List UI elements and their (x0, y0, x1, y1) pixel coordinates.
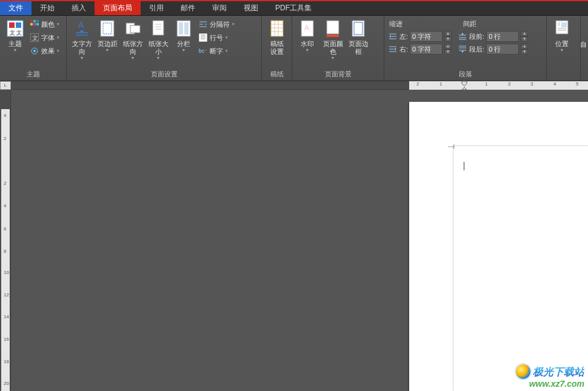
tab-view[interactable]: 视图 (235, 1, 267, 15)
page-size-button[interactable]: 纸张大小 ▼ (145, 17, 171, 61)
tab-pdf-tools[interactable]: PDF工具集 (267, 1, 320, 15)
chevron-down-icon: ▾ (232, 22, 235, 27)
line-numbers-button[interactable]: 行号 ▾ (196, 32, 236, 44)
svg-rect-8 (30, 23, 33, 25)
ruler-tick: 20 (4, 381, 9, 386)
chevron-down-icon: ▾ (226, 35, 228, 40)
manuscript-settings-button[interactable]: 稿纸 设置 (264, 17, 289, 57)
fonts-icon: 文 (30, 33, 39, 42)
ruler-corner[interactable]: L (0, 81, 11, 90)
svg-rect-20 (153, 21, 164, 35)
themes-button[interactable]: 文文 主题 ▼ (2, 17, 28, 53)
themes-icon: 文文 (5, 18, 25, 39)
orientation-button[interactable]: 纸张方向 ▼ (120, 17, 145, 61)
margins-button[interactable]: 页边距 ▼ (95, 17, 120, 53)
svg-rect-6 (33, 20, 36, 22)
indent-right-input[interactable] (410, 44, 443, 55)
svg-text:A: A (78, 20, 84, 30)
svg-point-14 (33, 50, 36, 52)
margins-label: 页边距 (98, 40, 118, 48)
indent-left-input[interactable] (410, 31, 443, 42)
svg-rect-1 (9, 22, 15, 28)
document-workspace: L 2 1 1 2 3 4 5 4 2 2 4 6 8 10 12 14 16 … (0, 81, 588, 391)
chevron-down-icon: ▼ (182, 48, 186, 52)
columns-label: 分栏 (177, 40, 190, 48)
horizontal-ruler[interactable]: 2 1 1 2 3 4 5 (11, 81, 588, 90)
chevron-down-icon: ▼ (80, 56, 84, 60)
hyphenation-button[interactable]: bc⁻ 断字 ▾ (196, 45, 236, 57)
ruler-tick: 12 (4, 292, 9, 298)
ruler-tick: 4 (553, 81, 556, 87)
spin-up[interactable]: ▲ (521, 31, 528, 36)
chevron-down-icon: ▾ (57, 35, 59, 40)
theme-colors-button[interactable]: 颜色 ▾ (28, 18, 61, 30)
spin-down[interactable]: ▼ (444, 36, 452, 42)
page-border-label: 页面边框 (347, 40, 370, 56)
text-direction-button[interactable]: A 文字方向 ▼ (69, 17, 95, 61)
indent-marker-icon[interactable] (460, 80, 469, 91)
spin-down[interactable]: ▼ (521, 36, 528, 42)
tab-file[interactable]: 文件 (0, 1, 32, 15)
margin-corner-icon (448, 144, 460, 149)
group-label-manuscript: 稿纸 (264, 69, 289, 81)
svg-rect-25 (271, 21, 283, 36)
tab-insert[interactable]: 插入 (63, 1, 95, 15)
ruler-tick: 2 (4, 181, 6, 186)
spacing-before-label: 段前: (469, 32, 484, 41)
position-button[interactable]: 位置 ▼ (549, 17, 575, 53)
chevron-down-icon: ▼ (331, 56, 335, 60)
ruler-tick: 6 (4, 226, 6, 232)
tab-home[interactable]: 开始 (32, 1, 63, 15)
theme-effects-button[interactable]: 效果 ▾ (28, 45, 61, 57)
svg-text:文: 文 (10, 30, 15, 36)
page-border-button[interactable]: 页面边框 (346, 17, 371, 57)
ruler-tick: 10 (4, 270, 9, 275)
group-label-pagesetup: 页面设置 (69, 69, 259, 81)
document-page[interactable] (409, 102, 588, 391)
hyphenation-label: 断字 (210, 47, 223, 56)
svg-rect-29 (327, 35, 339, 37)
tab-mail[interactable]: 邮件 (172, 1, 204, 15)
page-margin-guide (453, 145, 588, 391)
effects-icon (30, 46, 39, 56)
theme-fonts-button[interactable]: 文 字体 ▾ (28, 32, 61, 44)
spin-down[interactable]: ▼ (521, 49, 528, 55)
theme-colors-label: 颜色 (41, 20, 55, 29)
spin-down[interactable]: ▼ (444, 49, 452, 55)
watermark-icon: A (298, 18, 317, 39)
tab-reference[interactable]: 引用 (141, 1, 172, 15)
breaks-button[interactable]: 分隔符 ▾ (196, 18, 236, 30)
svg-rect-24 (199, 33, 207, 42)
spacing-after-input[interactable] (486, 44, 519, 55)
tab-review[interactable]: 审阅 (204, 1, 235, 15)
spacing-after-icon (458, 44, 467, 54)
columns-button[interactable]: 分栏 ▼ (171, 17, 196, 53)
themes-label: 主题 (8, 40, 22, 48)
chevron-down-icon: ▼ (306, 48, 310, 52)
orientation-label: 纸张方向 (121, 40, 144, 56)
spacing-before-input[interactable] (486, 31, 519, 42)
vertical-ruler[interactable]: 4 2 2 4 6 8 10 12 14 16 18 20 22 (0, 90, 11, 391)
ruler-tick: 4 (4, 203, 6, 209)
watermark-button[interactable]: A 水印 ▼ (295, 17, 320, 53)
spin-up[interactable]: ▲ (521, 44, 528, 49)
watermark-text: 极光下载站 (533, 365, 584, 379)
auto-label-cutoff: 自 (580, 40, 587, 49)
ruler-tick: 1 (439, 81, 442, 87)
ribbon-tabs: 文件 开始 插入 页面布局 引用 邮件 审阅 视图 PDF工具集 (0, 1, 588, 16)
tab-page-layout[interactable]: 页面布局 (95, 1, 141, 15)
columns-icon (174, 18, 193, 39)
indent-right-icon (388, 44, 398, 54)
watermark-url: www.xz7.com (516, 379, 584, 389)
theme-fonts-label: 字体 (41, 33, 55, 42)
svg-rect-19 (130, 25, 140, 33)
spin-up[interactable]: ▲ (444, 44, 452, 49)
group-label-paragraph: 段落 (387, 69, 544, 81)
watermark-logo-icon (516, 364, 530, 379)
chevron-down-icon: ▾ (57, 48, 59, 53)
ruler-tick: 8 (4, 249, 6, 254)
page-color-button[interactable]: 页面颜色 ▼ (320, 17, 346, 61)
spin-up[interactable]: ▲ (444, 31, 452, 36)
group-label-theme: 主题 (2, 69, 64, 81)
chevron-down-icon: ▼ (156, 56, 161, 60)
